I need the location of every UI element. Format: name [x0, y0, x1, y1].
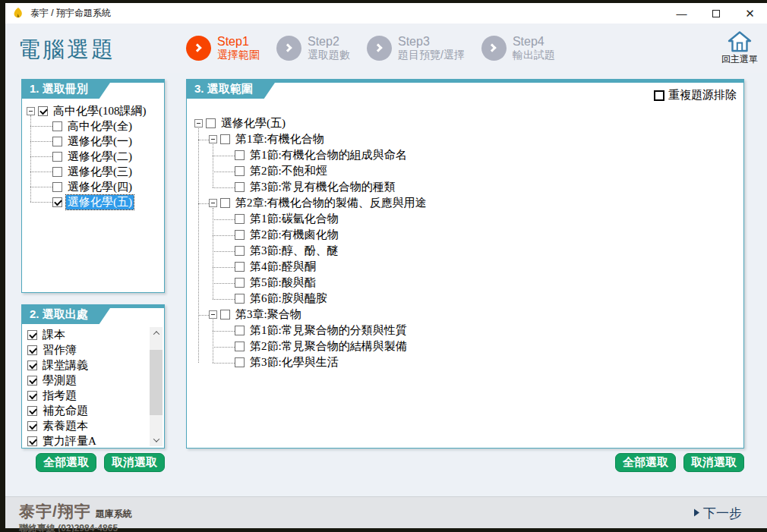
tree-item-label[interactable]: 第1節:碳氫化合物	[248, 212, 340, 226]
collapse-toggle-icon[interactable]	[209, 135, 217, 143]
collapse-toggle-icon[interactable]	[209, 199, 217, 207]
checkbox-icon[interactable]	[27, 436, 37, 446]
checkbox-icon[interactable]	[27, 330, 37, 340]
checkbox-icon[interactable]	[235, 150, 245, 160]
source-list-item[interactable]: 習作簿	[24, 342, 148, 357]
checkbox-icon[interactable]	[235, 326, 245, 335]
collapse-toggle-icon[interactable]	[27, 107, 35, 115]
checkbox-icon[interactable]	[52, 182, 62, 192]
next-step-button[interactable]: 下一步	[694, 504, 742, 521]
tree-item-label[interactable]: 第3節:醇、酚、醚	[248, 244, 340, 258]
source-item-label[interactable]: 指考題	[41, 389, 78, 403]
source-list-item[interactable]: 指考題	[24, 388, 148, 403]
tree-item-label[interactable]: 選修化學(二)	[66, 150, 134, 164]
checkbox-icon[interactable]	[235, 294, 245, 304]
tree-item[interactable]: 高中化學(全)	[22, 118, 164, 134]
source-item-label[interactable]: 學測題	[41, 373, 78, 388]
checkbox-icon[interactable]	[220, 134, 230, 144]
tree-item[interactable]: 第1節:常見聚合物的分類與性質	[187, 323, 743, 338]
checkbox-icon[interactable]	[235, 214, 245, 224]
home-button[interactable]: 回主選單	[721, 30, 758, 66]
source-item-label[interactable]: 課本	[41, 328, 67, 342]
tree-item[interactable]: 第6節:胺與醯胺	[187, 291, 743, 307]
tree-item[interactable]: 選修化學(三)	[22, 164, 164, 179]
source-list-item[interactable]: 補充命題	[24, 403, 148, 418]
checkbox-icon[interactable]	[52, 197, 62, 207]
scrollbar[interactable]	[150, 327, 163, 446]
tree-item[interactable]: 第2章:有機化合物的製備、反應與用途	[187, 195, 743, 211]
source-list-item[interactable]: 課堂講義	[24, 357, 148, 373]
tree-item-label[interactable]: 第3章:聚合物	[234, 307, 303, 322]
collapse-toggle-icon[interactable]	[194, 119, 203, 127]
tree-item-label[interactable]: 第4節:醛與酮	[248, 260, 317, 274]
tree-item-label[interactable]: 第2節:不飽和烴	[248, 164, 329, 178]
checkbox-icon[interactable]	[220, 310, 230, 320]
tree-item-label[interactable]: 選修化學(三)	[66, 165, 134, 179]
tree-item[interactable]: 選修化學(二)	[22, 149, 164, 164]
checkbox-icon[interactable]	[52, 137, 62, 146]
checkbox-icon[interactable]	[654, 90, 664, 101]
checkbox-icon[interactable]	[27, 406, 37, 416]
tree-item-label[interactable]: 高中化學(108課綱)	[52, 104, 148, 118]
range-select-all-button[interactable]: 全部選取	[615, 453, 676, 472]
tree-item[interactable]: 高中化學(108課綱)	[22, 103, 164, 118]
checkbox-icon[interactable]	[235, 278, 245, 288]
source-list-item[interactable]: 實力評量A	[24, 433, 148, 446]
step-3[interactable]: Step3題目預覽/選擇	[367, 35, 465, 61]
tree-item[interactable]: 選修化學(四)	[22, 179, 164, 194]
minimize-button[interactable]: —	[664, 3, 699, 24]
tree-item-label[interactable]: 第6節:胺與醯胺	[248, 291, 329, 306]
tree-item[interactable]: 選修化學(五)	[187, 115, 743, 131]
checkbox-icon[interactable]	[38, 106, 48, 116]
checkbox-icon[interactable]	[27, 421, 37, 431]
tree-item[interactable]: 第3章:聚合物	[187, 307, 743, 323]
tree-item-label[interactable]: 選修化學(五)	[219, 116, 287, 131]
source-item-label[interactable]: 課堂講義	[41, 358, 90, 373]
source-item-label[interactable]: 習作簿	[41, 343, 78, 357]
tree-item-label[interactable]: 選修化學(五)	[66, 195, 134, 209]
tree-item[interactable]: 第2節:常見聚合物的結構與製備	[187, 338, 743, 354]
tree-item-label[interactable]: 第3節:化學與生活	[248, 355, 340, 370]
checkbox-icon[interactable]	[235, 262, 245, 272]
tree-item[interactable]: 選修化學(一)	[22, 134, 164, 149]
tree-item[interactable]: 第2節:有機鹵化物	[187, 227, 743, 243]
tree-item-label[interactable]: 選修化學(一)	[66, 134, 134, 149]
checkbox-icon[interactable]	[27, 360, 37, 370]
scrollbar-thumb[interactable]	[150, 350, 163, 415]
checkbox-icon[interactable]	[52, 121, 62, 131]
checkbox-icon[interactable]	[235, 342, 245, 351]
source-item-label[interactable]: 實力評量A	[41, 434, 98, 447]
tree-item[interactable]: 第2節:不飽和烴	[187, 163, 743, 179]
checkbox-icon[interactable]	[52, 167, 62, 177]
tree-item[interactable]: 第1節:碳氫化合物	[187, 211, 743, 227]
source-list-item[interactable]: 學測題	[24, 373, 148, 388]
checkbox-icon[interactable]	[27, 345, 37, 355]
source-list-item[interactable]: 素養題本	[24, 418, 148, 433]
tree-item-label[interactable]: 高中化學(全)	[66, 119, 134, 134]
scrollbar-track[interactable]	[150, 339, 163, 434]
checkbox-icon[interactable]	[235, 357, 245, 367]
source-item-label[interactable]: 補充命題	[41, 404, 90, 418]
source-list-item[interactable]: 課本	[24, 327, 148, 342]
checkbox-icon[interactable]	[235, 166, 245, 176]
scroll-up-icon[interactable]	[150, 327, 163, 339]
tree-item-label[interactable]: 第5節:酸與酯	[248, 275, 317, 290]
range-deselect-button[interactable]: 取消選取	[683, 453, 744, 472]
collapse-toggle-icon[interactable]	[209, 310, 217, 319]
tree-item-label[interactable]: 第1章:有機化合物	[234, 132, 326, 146]
tree-item-label[interactable]: 第1節:常見聚合物的分類與性質	[248, 323, 409, 338]
checkbox-icon[interactable]	[52, 152, 62, 162]
sources-select-all-button[interactable]: 全部選取	[36, 453, 96, 472]
checkbox-icon[interactable]	[27, 391, 37, 401]
close-button[interactable]: ✕	[733, 3, 767, 24]
checkbox-icon[interactable]	[220, 198, 230, 208]
step-2[interactable]: Step2選取題數	[276, 35, 350, 61]
tree-item-label[interactable]: 第1節:有機化合物的組成與命名	[248, 148, 409, 162]
tree-item-label[interactable]: 第3節:常見有機化合物的種類	[248, 180, 397, 194]
maximize-button[interactable]	[699, 3, 733, 24]
step-1[interactable]: Step1選擇範圍	[186, 35, 260, 61]
step-4[interactable]: Step4輸出試題	[481, 35, 555, 61]
tree-item[interactable]: 第3節:常見有機化合物的種類	[187, 179, 743, 195]
checkbox-icon[interactable]	[235, 246, 245, 256]
checkbox-icon[interactable]	[235, 182, 245, 192]
